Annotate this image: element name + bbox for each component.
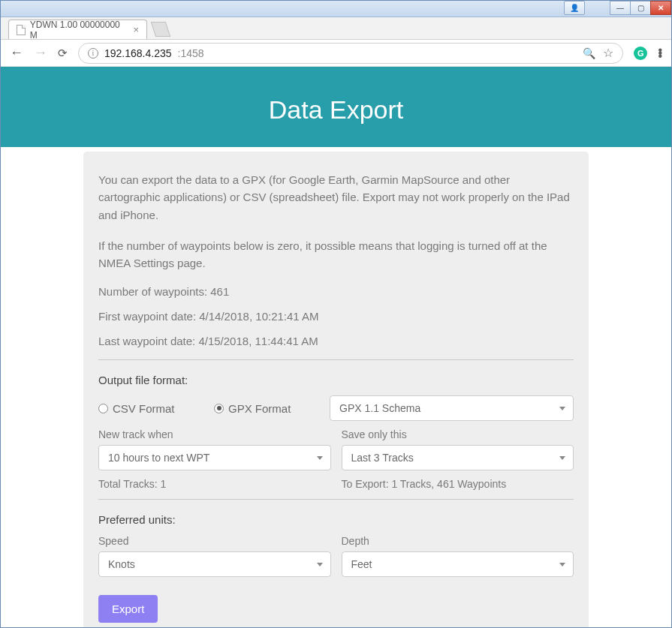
radio-gpx-format[interactable]: GPX Format bbox=[214, 402, 319, 415]
window-titlebar: 👤 — ▢ ✕ bbox=[1, 1, 671, 17]
new-track-select[interactable]: 10 hours to next WPT bbox=[98, 445, 331, 470]
tab-strip: YDWN 1.00 00000000 M × bbox=[1, 17, 671, 40]
user-icon[interactable]: 👤 bbox=[564, 1, 585, 15]
divider bbox=[98, 359, 574, 360]
schema-select-value: GPX 1.1 Schema bbox=[339, 402, 420, 414]
radio-csv-label: CSV Format bbox=[113, 402, 175, 415]
close-tab-icon[interactable]: × bbox=[133, 24, 139, 35]
speed-value: Knots bbox=[108, 558, 135, 570]
page-title: Data Export bbox=[1, 67, 671, 147]
minimize-button[interactable]: — bbox=[610, 1, 631, 15]
maximize-button[interactable]: ▢ bbox=[630, 1, 651, 15]
export-button-label: Export bbox=[112, 602, 144, 615]
browser-tab[interactable]: YDWN 1.00 00000000 M × bbox=[8, 20, 147, 39]
new-track-label: New track when bbox=[98, 428, 331, 440]
divider bbox=[98, 499, 574, 500]
browser-toolbar: ← → ⟳ i 192.168.4.235:1458 🔍 ☆ G ••• bbox=[1, 40, 671, 67]
export-panel: You can export the data to a GPX (for Go… bbox=[83, 152, 589, 627]
speed-select[interactable]: Knots bbox=[98, 551, 331, 577]
reload-button[interactable]: ⟳ bbox=[58, 47, 68, 60]
page-viewport[interactable]: Data Export You can export the data to a… bbox=[1, 67, 671, 627]
depth-value: Feet bbox=[351, 558, 372, 570]
close-button[interactable]: ✕ bbox=[650, 1, 671, 15]
schema-select[interactable]: GPX 1.1 Schema bbox=[330, 395, 574, 421]
url-host: 192.168.4.235 bbox=[104, 47, 172, 59]
page-icon bbox=[17, 25, 26, 35]
num-waypoints: Number of waypoints: 461 bbox=[98, 285, 574, 298]
extension-icon[interactable]: G bbox=[634, 47, 647, 60]
save-only-select[interactable]: Last 3 Tracks bbox=[342, 445, 574, 470]
save-only-label: Save only this bbox=[342, 428, 574, 440]
intro-text-2: If the number of waypoints below is zero… bbox=[98, 237, 574, 272]
total-tracks: Total Tracks: 1 bbox=[98, 478, 331, 490]
depth-select[interactable]: Feet bbox=[342, 551, 574, 577]
radio-gpx-label: GPX Format bbox=[228, 402, 291, 415]
zoom-icon[interactable]: 🔍 bbox=[583, 47, 595, 59]
new-track-value: 10 hours to next WPT bbox=[108, 452, 209, 464]
output-format-label: Output file format: bbox=[98, 374, 574, 386]
first-waypoint-date: First waypoint date: 4/14/2018, 10:21:41… bbox=[98, 310, 574, 323]
forward-button: → bbox=[34, 45, 47, 61]
browser-window: 👤 — ▢ ✕ YDWN 1.00 00000000 M × ← → ⟳ i 1… bbox=[0, 0, 672, 628]
speed-label: Speed bbox=[98, 535, 331, 547]
menu-button[interactable]: ••• bbox=[658, 49, 662, 58]
address-bar[interactable]: i 192.168.4.235:1458 🔍 ☆ bbox=[78, 43, 623, 64]
radio-csv-format[interactable]: CSV Format bbox=[98, 402, 203, 415]
site-info-icon[interactable]: i bbox=[88, 48, 98, 59]
url-port: :1458 bbox=[178, 47, 204, 59]
to-export-summary: To Export: 1 Tracks, 461 Waypoints bbox=[342, 478, 574, 490]
tab-title: YDWN 1.00 00000000 M bbox=[30, 20, 128, 41]
new-tab-button[interactable] bbox=[151, 22, 170, 37]
preferred-units-label: Preferred units: bbox=[98, 513, 574, 526]
back-button[interactable]: ← bbox=[10, 45, 23, 61]
bookmark-icon[interactable]: ☆ bbox=[603, 46, 613, 60]
last-waypoint-date: Last waypoint date: 4/15/2018, 11:44:41 … bbox=[98, 335, 574, 347]
depth-label: Depth bbox=[342, 535, 574, 547]
intro-text-1: You can export the data to a GPX (for Go… bbox=[98, 171, 574, 224]
export-button[interactable]: Export bbox=[98, 595, 158, 623]
save-only-value: Last 3 Tracks bbox=[351, 452, 414, 464]
radio-icon-selected bbox=[214, 404, 224, 413]
radio-icon bbox=[98, 404, 108, 413]
